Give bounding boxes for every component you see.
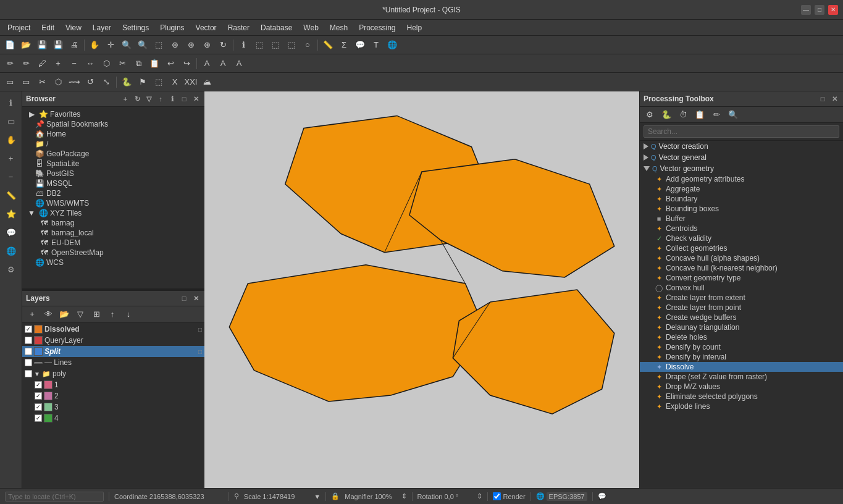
new-project-button[interactable]: 📄 [2, 38, 17, 52]
coordinate-input[interactable] [149, 493, 224, 500]
edit-btn2[interactable]: ✏ [19, 56, 33, 71]
zoom-in-left[interactable]: + [2, 149, 20, 167]
plugin-btn3[interactable]: ⬚ [151, 75, 166, 90]
proc-item-convert-geometry-type[interactable]: ✦ Convert geometry type [640, 273, 843, 283]
layer-filter-btn[interactable]: ▽ [73, 307, 88, 322]
rotation-input[interactable] [444, 493, 475, 500]
layers-float-icon[interactable]: □ [179, 293, 189, 303]
layer-checkbox-lines[interactable] [25, 359, 32, 366]
layer-remove-btn[interactable]: 👁 [41, 307, 56, 322]
open-button[interactable]: 📂 [19, 38, 33, 52]
save-as-button[interactable]: 💾 [51, 38, 65, 52]
layer-checkbox-4[interactable]: ✓ [35, 414, 42, 422]
annotate-left[interactable]: 💬 [2, 224, 20, 241]
layer-up-btn[interactable]: ↑ [105, 307, 120, 322]
select-location-button[interactable]: ⬚ [284, 38, 299, 52]
proc-float-icon[interactable]: □ [818, 94, 828, 104]
menu-project[interactable]: Project [2, 22, 35, 33]
lock-icon[interactable]: 🔒 [331, 492, 340, 500]
proc-item-dissolve[interactable]: ✦ Dissolve [640, 362, 843, 372]
layer-item-2[interactable]: ✓ 2 [22, 390, 204, 401]
layer-checkbox-dissolved[interactable]: ✓ [25, 326, 32, 333]
browser-close-icon[interactable]: ✕ [191, 94, 201, 104]
proc-item-add-geometry-attrs[interactable]: ✦ Add geometry attributes [640, 174, 843, 184]
proc-item-concave-hull-alpha[interactable]: ✦ Concave hull (alpha shapes) [640, 253, 843, 263]
browser-add-icon[interactable]: + [120, 94, 130, 104]
render-checkbox[interactable] [493, 492, 501, 500]
proc-item-densify-interval[interactable]: ✦ Densify by interval [640, 352, 843, 362]
layer-open-btn[interactable]: 📂 [57, 307, 72, 322]
layer-item-3[interactable]: ✓ 3 [22, 401, 204, 413]
layer-item-lines[interactable]: — Lines [22, 357, 204, 368]
zoom-layer-button[interactable]: ⊕ [183, 38, 198, 52]
undo-btn[interactable]: ↩ [163, 56, 178, 71]
offset-btn[interactable]: ⟿ [67, 75, 82, 90]
zoom-rubber-button[interactable]: ⬚ [151, 38, 166, 52]
select-button[interactable]: ⬚ [252, 38, 267, 52]
proc-item-drape[interactable]: ✦ Drape (set Z value from raster) [640, 372, 843, 382]
text-annotate-button[interactable]: T [369, 38, 384, 52]
measure-left[interactable]: 📏 [2, 187, 20, 204]
proc-group-vector-geometry[interactable]: Q Vector geometry [640, 163, 843, 174]
menu-vector[interactable]: Vector [191, 22, 222, 33]
label-btn2[interactable]: A [216, 56, 230, 71]
plugin-btn5[interactable]: XXI [183, 75, 198, 90]
split-btn[interactable]: ✂ [35, 75, 49, 90]
menu-layer[interactable]: Layer [88, 22, 116, 33]
pan-tool-left[interactable]: ✋ [2, 131, 20, 148]
proc-item-buffer[interactable]: ■ Buffer [640, 214, 843, 224]
browser-item-eu-dem[interactable]: 🗺 EU-DEM [22, 238, 204, 248]
plugin-btn2[interactable]: ⚑ [135, 75, 150, 90]
epsg-area[interactable]: 🌐 EPSG:3857 [536, 492, 587, 501]
identify-tool[interactable]: ℹ [2, 94, 20, 111]
menu-help[interactable]: Help [402, 22, 427, 33]
proc-item-boundary[interactable]: ✦ Boundary [640, 194, 843, 204]
browser-item-barnag[interactable]: 🗺 barnag [22, 218, 204, 228]
select-radius-button[interactable]: ○ [300, 38, 315, 52]
layer-checkbox-1[interactable]: ✓ [35, 381, 42, 388]
browser-item-geopackage[interactable]: 📦 GeoPackage [22, 149, 204, 159]
deselect-button[interactable]: ⬚ [268, 38, 283, 52]
zoom-out-button[interactable]: 🔍 [135, 38, 150, 52]
cut-feat[interactable]: ✂ [115, 56, 130, 71]
browser-item-home[interactable]: 🏠 Home [22, 129, 204, 139]
proc-item-bounding-boxes[interactable]: ✦ Bounding boxes [640, 204, 843, 214]
label-btn3[interactable]: A [232, 56, 246, 71]
rotation-arrows[interactable]: ⇕ [477, 492, 482, 500]
browser-item-spatial-bookmarks[interactable]: 📌 Spatial Bookmarks [22, 119, 204, 129]
browser-float-icon[interactable]: □ [179, 94, 189, 104]
print-button[interactable]: 🖨 [67, 38, 82, 52]
del-feat[interactable]: − [67, 56, 82, 71]
proc-item-check-validity[interactable]: ✓ Check validity [640, 233, 843, 243]
refresh-button[interactable]: ↻ [216, 38, 230, 52]
locate-input[interactable] [5, 492, 104, 502]
browser-item-barnag-local[interactable]: 🗺 barnag_local [22, 228, 204, 238]
plugin-btn4[interactable]: X [167, 75, 182, 90]
browser-collapse-icon[interactable]: ↑ [156, 94, 166, 104]
proc-item-concave-hull-k[interactable]: ✦ Concave hull (k-nearest neighbor) [640, 263, 843, 273]
proc-item-aggregate[interactable]: ✦ Aggregate [640, 184, 843, 194]
zoom-in-button[interactable]: 🔍 [119, 38, 134, 52]
proc-item-delete-holes[interactable]: ✦ Delete holes [640, 332, 843, 342]
menu-database[interactable]: Database [256, 22, 297, 33]
proc-item-delaunay[interactable]: ✦ Delaunay triangulation [640, 322, 843, 332]
label-btn[interactable]: A [199, 56, 214, 71]
zoom-full-button[interactable]: ⊕ [167, 38, 182, 52]
save-button[interactable]: 💾 [35, 38, 49, 52]
proc-item-centroids[interactable]: ✦ Centroids [640, 224, 843, 233]
layer-checkbox-2[interactable]: ✓ [35, 392, 42, 400]
scale-dropdown-icon[interactable]: ▼ [314, 493, 321, 500]
layer-group-btn[interactable]: ⊞ [89, 307, 104, 322]
browser-info-icon[interactable]: ℹ [167, 94, 177, 104]
menu-web[interactable]: Web [298, 22, 323, 33]
layer-item-dissolved[interactable]: ✓ Dissolved □ [22, 324, 204, 335]
annotate-button[interactable]: 💬 [353, 38, 367, 52]
reshape-btn[interactable]: ⬡ [51, 75, 65, 90]
select-tool-left[interactable]: ▭ [2, 112, 20, 130]
maximize-button[interactable]: □ [815, 5, 824, 15]
browser-item-root[interactable]: 📁 / [22, 139, 204, 149]
globe-left[interactable]: 🌐 [2, 242, 20, 259]
add-feat[interactable]: + [51, 56, 65, 71]
layer-down-btn[interactable]: ↓ [121, 307, 136, 322]
settings-left[interactable]: ⚙ [2, 261, 20, 278]
